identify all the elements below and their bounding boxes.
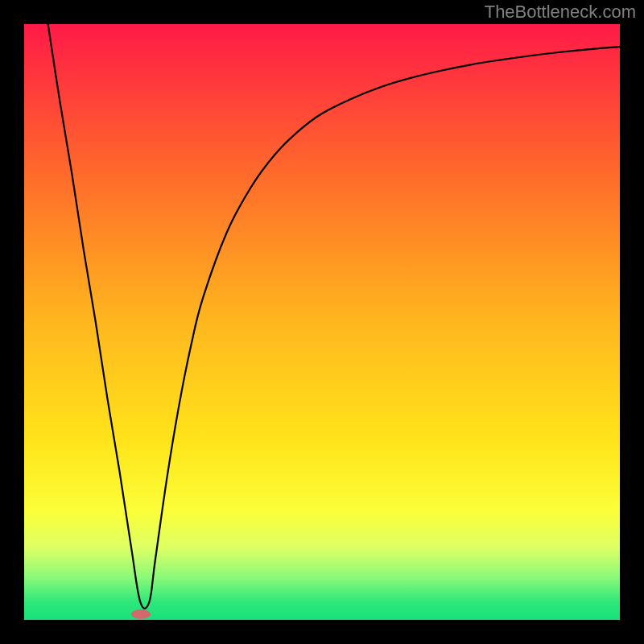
bottleneck-chart — [0, 0, 644, 644]
attribution-text: TheBottleneck.com — [485, 2, 636, 23]
optimal-marker — [131, 609, 151, 619]
